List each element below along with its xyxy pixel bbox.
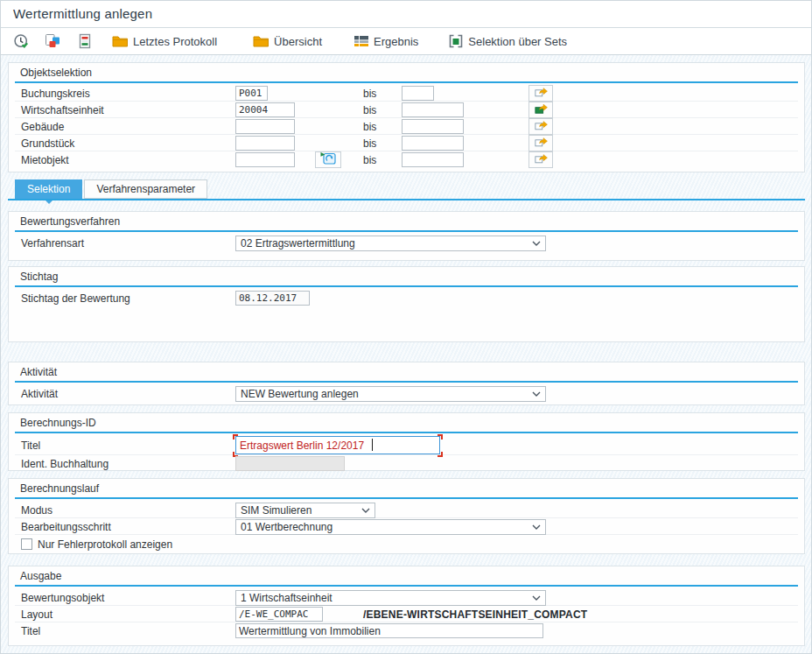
mietobjekt-label: Mietobjekt (21, 154, 69, 166)
ausgabe-title: Ausgabe (15, 569, 798, 587)
page-title: Wertermittlung anlegen (13, 6, 152, 21)
objektselektion-group: Objektselektion Buchungskreis bis Wirtsc… (8, 62, 805, 172)
multiselect-arrow-icon (533, 152, 549, 167)
tab-selektion[interactable]: Selektion (15, 179, 82, 199)
get-variant-button[interactable] (43, 31, 63, 52)
wirtschaftseinheit-label: Wirtschaftseinheit (21, 104, 104, 116)
wirtschaftseinheit-multiselect-button[interactable] (528, 102, 553, 118)
wirtschaftseinheit-bis-input[interactable] (402, 102, 464, 117)
chevron-down-icon (532, 595, 541, 601)
chevron-down-icon (532, 391, 541, 397)
protocol-list-button[interactable] (75, 31, 94, 52)
verfahrensart-value: 02 Ertragswertermittlung (241, 237, 355, 250)
modus-select[interactable]: SIM Simulieren (235, 503, 375, 518)
multiselect-arrow-icon (533, 86, 549, 101)
berechnungs-id-group: Berechnungs-ID Titel Ident. Buchhaltung (8, 412, 805, 471)
selektion-ueber-sets-label: Selektion über Sets (468, 35, 567, 48)
bewertungsobjekt-select[interactable]: 1 Wirtschaftseinheit (235, 590, 546, 606)
ausgabe-group: Ausgabe Bewertungsobjekt 1 Wirtschaftsei… (8, 566, 805, 646)
letztes-protokoll-button[interactable]: Letztes Protokoll (109, 31, 219, 52)
titel-label: Titel (21, 440, 40, 452)
aktivitaet-select[interactable]: NEW Bewertung anlegen (235, 386, 546, 402)
bewertungsobjekt-label: Bewertungsobjekt (21, 592, 104, 604)
grundstueck-multiselect-button[interactable] (528, 135, 553, 151)
buchungskreis-row: Buchungskreis bis (15, 85, 798, 102)
mietobjekt-multiselect-button[interactable] (528, 151, 553, 168)
execute-button[interactable] (11, 31, 32, 52)
letztes-protokoll-label: Letztes Protokoll (133, 35, 217, 48)
mietobjekt-navigation-button[interactable] (315, 151, 341, 168)
bearbeitungsschritt-row: Bearbeitungsschritt 01 Wertberechnung (15, 518, 798, 535)
buchungskreis-von-input[interactable] (235, 86, 268, 101)
aktivitaet-row: Aktivität NEW Bewertung anlegen (15, 385, 798, 402)
stichtag-label: Stichtag der Bewertung (21, 292, 130, 305)
verfahrensart-label: Verfahrensart (21, 237, 84, 250)
selektion-ueber-sets-button[interactable]: Selektion über Sets (446, 31, 569, 52)
fehlerprotokoll-checkbox[interactable] (21, 538, 32, 550)
bearbeitungsschritt-value: 01 Wertberechnung (241, 521, 332, 533)
berechnungslauf-title: Berechnungslauf (15, 482, 798, 499)
bis-label: bis (363, 88, 376, 100)
ergebnis-label: Ergebnis (374, 35, 418, 48)
bis-label: bis (363, 154, 376, 166)
modus-value: SIM Simulieren (241, 504, 312, 517)
grundstueck-bis-input[interactable] (402, 136, 464, 151)
stichtag-date-input[interactable] (235, 291, 310, 306)
bis-label: bis (363, 121, 376, 133)
grundstueck-row: Grundstück bis (15, 135, 798, 151)
ident-buchhaltung-row: Ident. Buchhaltung (15, 455, 798, 472)
ausgabe-titel-input[interactable] (235, 623, 543, 638)
multiselect-active-arrow-icon (533, 102, 549, 117)
gebaeude-row: Gebäude bis (15, 118, 798, 135)
bis-label: bis (363, 104, 376, 116)
tab-verfahrensparameter[interactable]: Verfahrensparameter (84, 179, 207, 199)
folder-icon (111, 34, 129, 48)
rental-object-nav-icon (319, 151, 337, 168)
chevron-down-icon (532, 524, 541, 530)
fehlerprotokoll-row: Nur Fehlerprotokoll anzeigen (15, 535, 798, 552)
multiselect-arrow-icon (533, 119, 549, 134)
objektselektion-title: Objektselektion (15, 66, 798, 83)
uebersicht-button[interactable]: Übersicht (250, 31, 324, 52)
gebaeude-von-input[interactable] (235, 119, 295, 134)
buchungskreis-bis-input[interactable] (402, 86, 434, 101)
grundstueck-von-input[interactable] (235, 136, 295, 151)
layout-label: Layout (21, 608, 52, 621)
verfahrensart-select[interactable]: 02 Ertragswertermittlung (235, 236, 546, 251)
modus-label: Modus (21, 504, 52, 517)
bewertungsobjekt-value: 1 Wirtschaftseinheit (241, 592, 332, 604)
title-bar: Wertermittlung anlegen (1, 1, 812, 28)
tab-strip-accent-line (8, 199, 805, 200)
buchungskreis-multiselect-button[interactable] (528, 85, 553, 102)
bis-label: bis (363, 137, 376, 150)
berechnungslauf-group: Berechnungslauf Modus SIM Simulieren Bea… (8, 478, 805, 554)
titel-row: Titel (15, 436, 798, 455)
bearbeitungsschritt-select[interactable]: 01 Wertberechnung (235, 519, 546, 535)
aktivitaet-value: NEW Bewertung anlegen (241, 388, 359, 400)
ergebnis-button[interactable]: Ergebnis (352, 31, 420, 52)
titel-field-focus-frame (235, 436, 440, 454)
tab-strip: Selektion Verfahrensparameter (15, 179, 209, 199)
bearbeitungsschritt-label: Bearbeitungsschritt (21, 521, 111, 533)
application-toolbar: Letztes Protokoll Übersicht (1, 28, 812, 55)
gebaeude-bis-input[interactable] (402, 119, 464, 134)
gebaeude-label: Gebäude (21, 121, 64, 133)
berechnungs-id-title: Berechnungs-ID (15, 416, 798, 433)
titel-input[interactable] (235, 436, 440, 454)
uebersicht-label: Übersicht (274, 35, 322, 48)
wirtschaftseinheit-von-input[interactable] (235, 102, 295, 117)
aktivitaet-title: Aktivität (15, 365, 798, 383)
layout-row: Layout /EBENE-WIRTSCHAFTSEINHEIT_COMPACT (15, 606, 798, 622)
layout-input[interactable] (235, 607, 323, 622)
bewertungsverfahren-title: Bewertungsverfahren (15, 214, 798, 232)
aktivitaet-label: Aktivität (21, 388, 58, 400)
layout-description: /EBENE-WIRTSCHAFTSEINHEIT_COMPACT (363, 608, 587, 621)
bewertungsverfahren-group: Bewertungsverfahren Verfahrensart 02 Ert… (8, 211, 805, 261)
mietobjekt-bis-input[interactable] (402, 152, 464, 167)
gebaeude-multiselect-button[interactable] (528, 118, 553, 135)
text-cursor (372, 439, 373, 451)
mietobjekt-von-input[interactable] (235, 152, 295, 167)
wirtschaftseinheit-row: Wirtschaftseinheit bis (15, 102, 798, 118)
sets-icon (448, 33, 464, 49)
grundstueck-label: Grundstück (21, 137, 74, 150)
